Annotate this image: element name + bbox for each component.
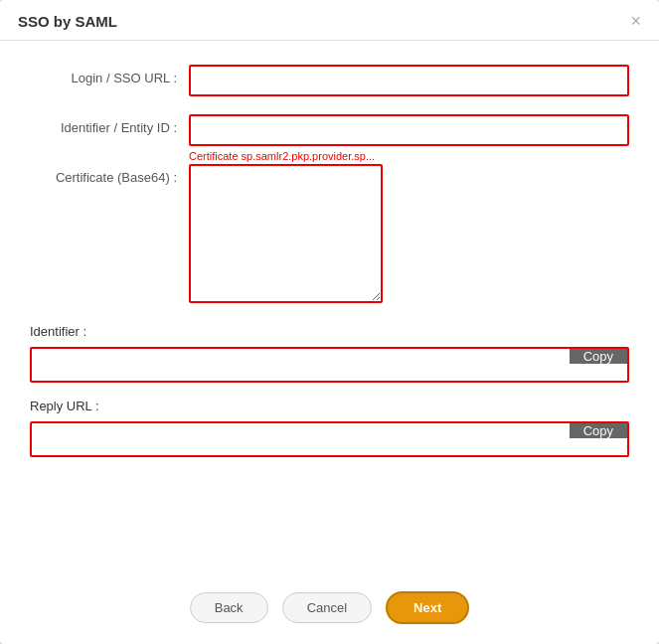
identifier-entity-id-group: Identifier / Entity ID : — [30, 114, 629, 146]
close-icon[interactable]: × — [630, 12, 641, 30]
identifier-entity-id-label: Identifier / Entity ID : — [30, 114, 189, 135]
dialog-title: SSO by SAML — [18, 13, 117, 30]
sso-saml-dialog: SSO by SAML × Login / SSO URL : Identifi… — [0, 0, 659, 644]
dialog-body: Login / SSO URL : Identifier / Entity ID… — [0, 41, 659, 577]
login-sso-url-input[interactable] — [189, 65, 629, 96]
identifier-section: Identifier : Copy — [30, 324, 629, 383]
certificate-label: Certificate (Base64) : — [30, 164, 189, 185]
certificate-wrapper: Certificate sp.samlr2.pkp.provider.sp... — [189, 164, 629, 306]
login-sso-url-label: Login / SSO URL : — [30, 65, 189, 85]
reply-url-copy-button[interactable]: Copy — [570, 423, 627, 438]
login-sso-url-group: Login / SSO URL : — [30, 65, 629, 96]
certificate-group: Certificate (Base64) : Certificate sp.sa… — [30, 164, 629, 306]
identifier-entity-id-input[interactable] — [189, 114, 629, 146]
reply-url-copy-wrapper: Copy — [30, 421, 629, 457]
identifier-copy-input[interactable] — [32, 349, 570, 381]
dialog-header: SSO by SAML × — [0, 0, 659, 41]
reply-url-section-label: Reply URL : — [30, 399, 629, 413]
certificate-textarea[interactable] — [189, 164, 383, 303]
next-button[interactable]: Next — [386, 591, 469, 624]
identifier-copy-wrapper: Copy — [30, 347, 629, 383]
reply-url-copy-input[interactable] — [32, 423, 570, 455]
identifier-section-label: Identifier : — [30, 324, 629, 339]
dialog-footer: Back Cancel Next — [0, 577, 659, 644]
cancel-button[interactable]: Cancel — [282, 592, 372, 623]
reply-url-section: Reply URL : Copy — [30, 399, 629, 457]
identifier-copy-button[interactable]: Copy — [570, 349, 627, 364]
back-button[interactable]: Back — [190, 592, 268, 623]
certificate-hint: Certificate sp.samlr2.pkp.provider.sp... — [189, 150, 375, 162]
